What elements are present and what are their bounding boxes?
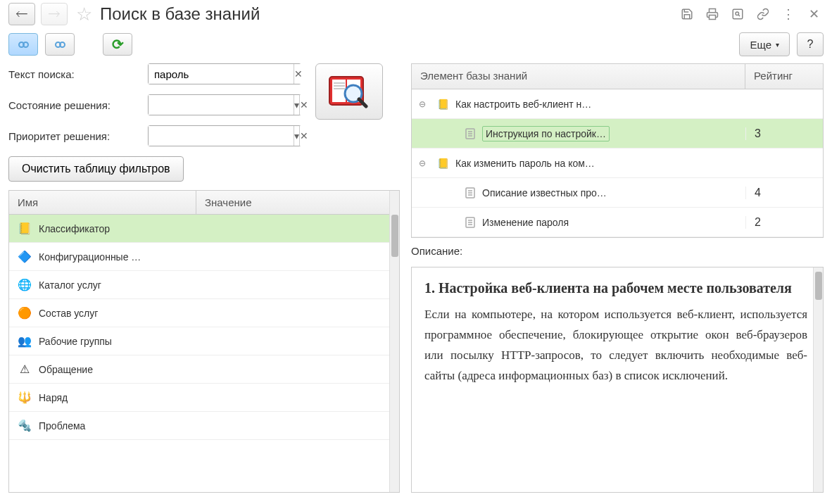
description-label: Описание: — [411, 245, 824, 257]
help-button[interactable]: ? — [797, 32, 824, 56]
filter-row[interactable]: 🔩Проблема — [9, 412, 389, 440]
row-label: Рабочие группы — [39, 336, 112, 347]
row-icon: 🔱 — [18, 391, 32, 405]
row-icon: 🔷 — [18, 250, 32, 264]
svg-rect-1 — [733, 9, 743, 19]
row-label: Наряд — [39, 392, 68, 403]
col-element-header[interactable]: Элемент базы знаний — [412, 64, 745, 89]
print-icon[interactable] — [702, 4, 722, 24]
kb-results-table: Элемент базы знаний Рейтинг ⊖📒Как настро… — [411, 63, 824, 238]
row-icon: ⚠ — [18, 363, 32, 377]
kb-row-label: Как настроить веб-клиент н… — [455, 99, 591, 110]
row-icon: 📒 — [18, 222, 32, 236]
kb-row-label: Как изменить пароль на ком… — [455, 158, 595, 169]
kb-row-label: Инструкция по настройк… — [482, 126, 610, 141]
description-scrollbar[interactable] — [813, 267, 823, 492]
document-icon — [464, 216, 477, 229]
col-name-header[interactable]: Имя — [9, 191, 196, 214]
priority-clear-icon[interactable]: ✕ — [299, 126, 308, 146]
document-icon — [464, 127, 477, 140]
search-text-label: Текст поиска: — [8, 68, 141, 80]
filter-row[interactable]: 🔷Конфигурационные … — [9, 243, 389, 271]
filter-row[interactable]: 📒Классификатор — [9, 215, 389, 243]
menu-dots-icon[interactable]: ⋮ — [779, 4, 798, 24]
row-icon: 🟠 — [18, 306, 32, 320]
svg-rect-8 — [334, 88, 345, 89]
clear-filters-button[interactable]: Очистить таблицу фильтров — [8, 156, 184, 182]
priority-label: Приоритет решения: — [8, 130, 141, 142]
description-body: Если на компьютере, на котором используе… — [424, 305, 807, 386]
collapse-icon[interactable]: ⊖ — [419, 99, 430, 109]
kb-row-rating: 3 — [745, 127, 823, 140]
kb-row-label: Изменение пароля — [482, 217, 569, 228]
filter-row[interactable]: 🔱Наряд — [9, 384, 389, 412]
more-label: Еще — [750, 39, 771, 51]
kb-row-rating: 4 — [745, 187, 823, 199]
scrollbar-vertical[interactable] — [389, 191, 399, 492]
document-icon — [464, 187, 477, 199]
status-clear-icon[interactable]: ✕ — [299, 95, 308, 115]
svg-rect-6 — [334, 82, 345, 84]
mode-button-2[interactable] — [45, 33, 75, 56]
svg-rect-0 — [710, 15, 716, 20]
collapse-icon[interactable]: ⊖ — [419, 158, 430, 168]
col-value-header[interactable]: Значение — [196, 191, 389, 214]
row-label: Проблема — [39, 420, 85, 431]
status-dropdown-icon[interactable]: ▾ — [294, 95, 299, 115]
close-icon[interactable]: ✕ — [804, 4, 824, 24]
main-toolbar: ⟳ Еще▾ ? — [0, 28, 832, 61]
status-input[interactable] — [149, 95, 294, 115]
chevron-down-icon: ▾ — [776, 41, 779, 49]
filter-row[interactable]: 👥Рабочие группы — [9, 327, 389, 355]
kb-row[interactable]: Описание известных про…4 — [412, 178, 823, 208]
row-label: Каталог услуг — [39, 279, 101, 291]
row-icon: 🌐 — [18, 278, 32, 292]
kb-row[interactable]: Изменение пароля2 — [412, 208, 823, 237]
refresh-button[interactable]: ⟳ — [103, 33, 132, 56]
folder-icon: 📒 — [436, 156, 450, 170]
filter-row[interactable]: 🟠Состав услуг — [9, 299, 389, 327]
favorite-star-icon[interactable]: ☆ — [73, 4, 94, 25]
description-heading: 1. Настройка веб-клиента на рабочем мест… — [424, 280, 807, 296]
description-panel: 1. Настройка веб-клиента на рабочем мест… — [411, 267, 824, 493]
filter-row[interactable]: ⚠Обращение — [9, 355, 389, 384]
kb-row-rating: 2 — [745, 216, 823, 229]
status-label: Состояние решения: — [8, 99, 141, 111]
col-rating-header[interactable]: Рейтинг — [745, 64, 823, 89]
search-clear-icon[interactable]: ✕ — [294, 64, 303, 84]
window-header: 🡐 🡒 ☆ Поиск в базе знаний ⋮ ✕ — [0, 0, 832, 28]
row-label: Обращение — [39, 364, 93, 375]
filter-table: Имя Значение 📒Классификатор🔷Конфигурацио… — [8, 190, 400, 493]
kb-row-label: Описание известных про… — [482, 187, 607, 199]
mode-button-1[interactable] — [8, 33, 38, 56]
page-title: Поиск в базе знаний — [100, 4, 672, 24]
row-label: Конфигурационные … — [39, 251, 141, 263]
search-input[interactable] — [149, 64, 294, 84]
more-menu-button[interactable]: Еще▾ — [739, 32, 790, 56]
search-button-big[interactable] — [315, 63, 383, 120]
filter-row[interactable]: 🌐Каталог услуг — [9, 271, 389, 299]
kb-row[interactable]: Инструкция по настройк…3 — [412, 119, 823, 149]
kb-row[interactable]: ⊖📒Как настроить веб-клиент н… — [412, 89, 823, 119]
priority-input[interactable] — [149, 126, 294, 146]
preview-icon[interactable] — [728, 4, 748, 24]
nav-forward-button[interactable]: 🡒 — [41, 3, 68, 25]
svg-rect-7 — [334, 85, 345, 87]
row-icon: 🔩 — [18, 419, 32, 433]
row-label: Состав услуг — [39, 308, 98, 319]
row-label: Классификатор — [39, 223, 110, 234]
row-icon: 👥 — [18, 334, 32, 348]
save-icon[interactable] — [677, 4, 697, 24]
svg-line-3 — [738, 15, 740, 16]
link-icon[interactable] — [753, 4, 773, 24]
nav-back-button[interactable]: 🡐 — [8, 3, 35, 25]
folder-icon: 📒 — [436, 97, 450, 111]
kb-row[interactable]: ⊖📒Как изменить пароль на ком… — [412, 149, 823, 178]
priority-dropdown-icon[interactable]: ▾ — [294, 126, 299, 146]
